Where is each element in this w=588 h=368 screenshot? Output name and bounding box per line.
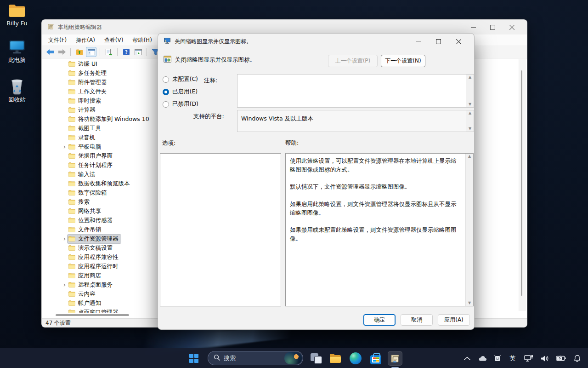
recycle-bin-icon xyxy=(9,77,25,95)
chevron-right-icon[interactable]: › xyxy=(62,236,68,242)
comment-box: ▲ ▼ xyxy=(237,74,474,108)
back-icon[interactable] xyxy=(45,47,55,57)
forward-icon[interactable] xyxy=(57,47,67,57)
system-tray: 英 xyxy=(463,348,588,368)
state-radio-group: 未配置(C) 已启用(E) 已禁用(D) xyxy=(163,75,198,112)
help-icon[interactable]: ? xyxy=(121,47,131,57)
radio-icon xyxy=(163,76,169,83)
scroll-up-icon[interactable]: ▲ xyxy=(468,155,471,158)
minimize-button[interactable] xyxy=(464,20,483,34)
action-pane-icon[interactable] xyxy=(133,47,143,57)
policy-setting-name: 关闭缩略图显示并仅显示图标。 xyxy=(175,56,255,64)
toolbar-separator xyxy=(117,48,118,56)
task-view-icon[interactable] xyxy=(309,351,323,366)
scroll-down-icon[interactable]: ▼ xyxy=(469,103,471,106)
folder-icon xyxy=(68,61,75,67)
settings-pane-scrollbar-thumb[interactable] xyxy=(521,70,522,296)
folder-icon xyxy=(68,107,75,113)
cancel-button[interactable]: 取消 xyxy=(401,314,433,326)
radio-option[interactable]: 已启用(E) xyxy=(163,87,198,96)
desktop-icon-this-pc[interactable]: 此电脑 xyxy=(0,39,35,64)
export-list-icon[interactable] xyxy=(103,47,114,57)
settings-pane-scrollbar-track[interactable] xyxy=(519,59,526,311)
dialog-titlebar[interactable]: 关闭缩略图显示并仅显示图标。 xyxy=(158,34,474,49)
tree-item-label: 帐户通知 xyxy=(78,299,101,307)
tree-item-label: 边缘 UI xyxy=(78,60,97,68)
help-text: 使用此策略设置，可以配置文件资源管理器在本地计算机上显示缩略图图像或图标的方式。… xyxy=(286,154,465,306)
radio-option[interactable]: 未配置(C) xyxy=(163,75,198,84)
store-icon[interactable] xyxy=(368,351,383,366)
folder-icon xyxy=(68,264,75,269)
comment-textarea[interactable] xyxy=(237,75,466,107)
radio-option[interactable]: 已禁用(D) xyxy=(163,100,198,109)
maximize-button[interactable] xyxy=(483,20,502,34)
up-level-icon[interactable] xyxy=(74,47,85,57)
folder-icon xyxy=(68,162,75,168)
chevron-right-icon[interactable]: › xyxy=(62,282,68,288)
comment-scrollbar[interactable]: ▲ ▼ xyxy=(466,75,474,107)
platform-scrollbar[interactable]: ▲ ▼ xyxy=(466,110,474,132)
tree-item-label: 多任务处理 xyxy=(78,69,107,77)
folder-icon xyxy=(68,199,75,205)
desktop-icon-recycle-bin[interactable]: 回收站 xyxy=(0,77,35,104)
close-button[interactable] xyxy=(502,20,521,34)
scroll-up-icon[interactable]: ▲ xyxy=(469,111,471,115)
dialog-maximize-button[interactable] xyxy=(428,34,448,49)
folder-icon xyxy=(68,291,75,297)
scroll-up-icon[interactable]: ▲ xyxy=(469,75,471,79)
edge-icon[interactable] xyxy=(348,351,363,366)
dialog-close-button[interactable] xyxy=(448,34,469,49)
onedrive-cloud-icon[interactable] xyxy=(478,353,487,364)
tree-item-label: 云内容 xyxy=(78,290,96,298)
desktop: Billy Fu 此电脑 回收站 本地组策略编辑器 文件(F)操作(A)查看(V… xyxy=(0,0,588,368)
folder-icon xyxy=(68,310,75,313)
tree-horizontal-scrollbar-thumb[interactable] xyxy=(56,314,129,316)
volume-icon[interactable] xyxy=(540,353,549,364)
chevron-right-icon[interactable]: › xyxy=(62,144,68,150)
window-titlebar[interactable]: 本地组策略编辑器 xyxy=(42,20,527,34)
folder-icon xyxy=(68,218,75,223)
window-title: 本地组策略编辑器 xyxy=(58,23,102,31)
tree-item-label: 将功能添加到 Windows 10 xyxy=(78,115,149,123)
folder-icon xyxy=(68,208,75,214)
scroll-down-icon[interactable]: ▼ xyxy=(468,301,471,305)
bell-icon[interactable] xyxy=(572,353,582,364)
next-setting-button[interactable]: 下一个设置(N) xyxy=(381,55,425,67)
apply-button[interactable]: 应用(A) xyxy=(438,314,470,326)
start-icon[interactable] xyxy=(185,349,203,368)
tree-item-label: 应用程序兼容性 xyxy=(78,253,119,261)
menu-item[interactable]: 文件(F) xyxy=(44,36,71,44)
search-icon xyxy=(214,354,220,362)
tree-item-label: 凭据用户界面 xyxy=(78,152,113,160)
folder-icon xyxy=(68,245,75,251)
search-input[interactable] xyxy=(224,355,281,362)
desktop-icon-billy-fu[interactable]: Billy Fu xyxy=(0,3,35,27)
search-box[interactable] xyxy=(208,351,303,365)
console-tree-icon[interactable] xyxy=(86,47,96,57)
menu-item[interactable]: 帮助(H) xyxy=(128,36,156,44)
tree-item-label: 计算器 xyxy=(78,106,96,114)
tree-item-label: 网络共享 xyxy=(78,207,101,215)
menu-item[interactable]: 操作(A) xyxy=(71,36,100,44)
file-explorer-icon[interactable] xyxy=(328,351,343,366)
supported-platform-value: Windows Vista 及以上版本 xyxy=(237,110,466,132)
taskbar: 英 xyxy=(0,348,588,368)
tree-item-label: 即时搜索 xyxy=(78,97,101,105)
battery-icon[interactable] xyxy=(555,353,566,364)
ok-button[interactable]: 确定 xyxy=(363,314,396,326)
tree-item-label: 应用程序运行时 xyxy=(78,263,119,270)
network-icon[interactable] xyxy=(523,353,534,364)
folder-icon xyxy=(68,181,75,186)
help-scrollbar[interactable]: ▲ ▼ xyxy=(465,154,473,306)
search-highlight-image[interactable] xyxy=(284,352,302,364)
menu-item[interactable]: 查看(V) xyxy=(100,36,128,44)
tree-item-label: 文件资源管理器 xyxy=(78,235,119,243)
ime-toolbox-icon[interactable] xyxy=(493,353,502,364)
chevron-up-icon[interactable] xyxy=(463,353,472,364)
radio-icon xyxy=(163,89,169,95)
ime-language-indicator[interactable]: 英 xyxy=(508,353,517,364)
folder-icon xyxy=(68,190,75,196)
gpedit-taskbar-icon[interactable] xyxy=(388,351,402,366)
radio-label: 已启用(E) xyxy=(172,88,198,96)
scroll-down-icon[interactable]: ▼ xyxy=(469,127,471,131)
